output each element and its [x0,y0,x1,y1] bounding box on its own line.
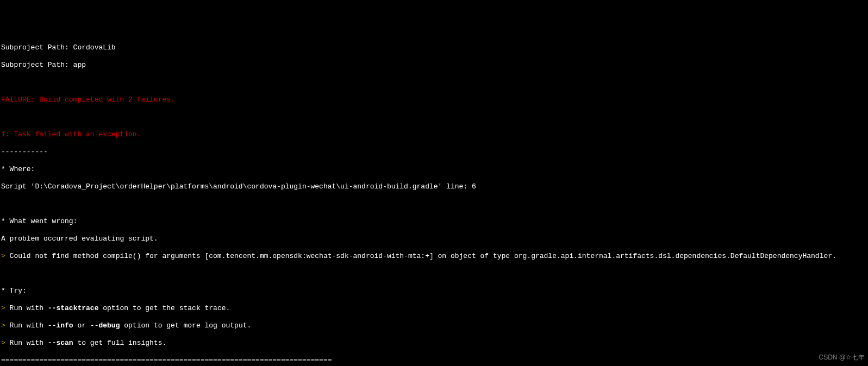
error-detail: > Could not find method compile() for ar… [1,252,867,261]
divider-dash: ----------- [1,148,867,156]
try-hint: > Run with --scan to get full insights. [1,339,867,348]
task1-title: 1: Task failed with an exception. [1,130,867,139]
try-label: * Try: [1,287,867,295]
what-went-wrong-text: A problem occurred evaluating script. [1,235,867,243]
terminal-output: Subproject Path: CordovaLib Subproject P… [0,35,868,366]
divider-eq: ========================================… [1,356,867,365]
watermark: CSDN @☆七年 [819,353,865,362]
where-label: * Where: [1,165,867,174]
failure-summary: FAILURE: Build completed with 2 failures… [1,96,867,104]
subproject-line: Subproject Path: app [1,61,867,70]
what-went-wrong-label: * What went wrong: [1,217,867,226]
where-path: Script 'D:\Coradova_Project\orderHelper\… [1,182,867,191]
try-hint: > Run with --info or --debug option to g… [1,321,867,330]
try-hint: > Run with --stacktrace option to get th… [1,304,867,313]
subproject-line: Subproject Path: CordovaLib [1,43,867,52]
